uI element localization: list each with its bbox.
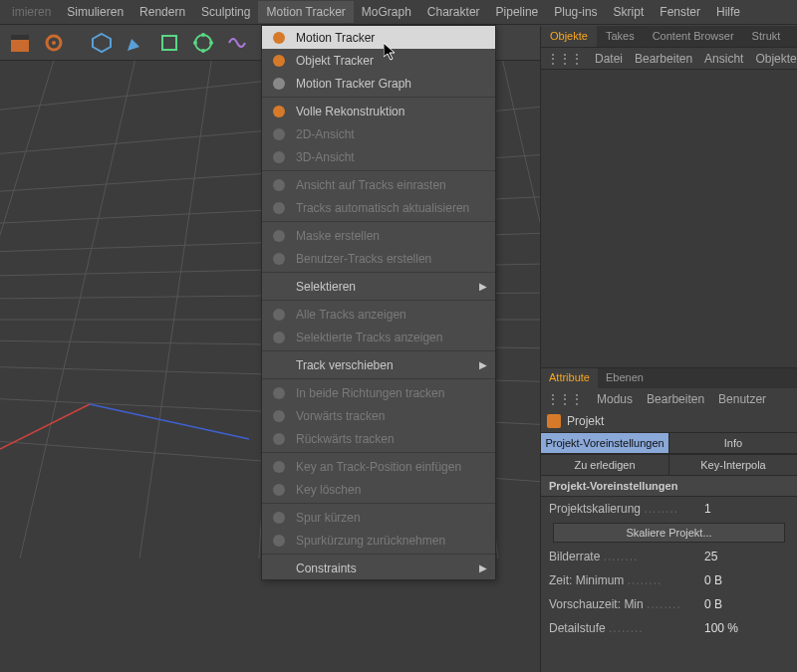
menu-constraints[interactable]: Constraints▶ <box>262 557 495 579</box>
attribute-tabs: Attribute Ebenen <box>541 368 797 388</box>
prop-value[interactable]: 25 <box>698 548 723 565</box>
svg-line-25 <box>20 61 139 559</box>
menu-label: Alle Tracks anzeigen <box>296 308 406 322</box>
tf-icon <box>270 407 288 425</box>
prop-label: Vorschauzeit: Min ........ <box>549 597 698 611</box>
tool-clapper-icon[interactable] <box>4 27 36 59</box>
menubar: imieren Simulieren Rendern Sculpting Mot… <box>0 0 797 25</box>
attribute-title: Projekt <box>567 414 604 428</box>
tool-hypernurbs-icon[interactable] <box>153 27 185 59</box>
tb-icon <box>270 384 288 402</box>
tab-takes[interactable]: Takes <box>597 26 644 47</box>
menu-3d-ansicht: 3D-Ansicht <box>262 145 495 168</box>
menu-maske-erstellen: Maske erstellen <box>262 224 495 247</box>
menu-benutzer-tracks-erstellen: Benutzer-Tracks erstellen <box>262 247 495 270</box>
menu-track-verschieben[interactable]: Track verschieben▶ <box>262 353 495 376</box>
menu-item[interactable]: Sculpting <box>193 1 258 23</box>
svg-point-43 <box>273 309 285 321</box>
2d-icon <box>270 125 288 143</box>
menu-label: Spur kürzen <box>296 511 361 525</box>
sk-icon <box>270 509 288 527</box>
attr-menu[interactable]: Modus <box>597 392 633 406</box>
tab-struktur[interactable]: Strukt <box>743 26 790 47</box>
tool-gear-icon[interactable] <box>38 27 70 59</box>
bt-icon <box>270 250 288 268</box>
tool-pen-icon[interactable] <box>120 27 151 59</box>
menu-volle-rekonstruktion[interactable]: Volle Rekonstruktion <box>262 100 495 122</box>
svg-marker-4 <box>93 34 111 52</box>
menu-item[interactable]: Charakter <box>419 1 488 23</box>
svg-line-31 <box>0 404 90 449</box>
menu-label: Vorwärts tracken <box>296 409 385 423</box>
menu-key-an-track-position-einf-gen: Key an Track-Position einfügen <box>262 455 495 478</box>
svg-point-9 <box>201 49 205 53</box>
object-manager-tabs: Objekte Takes Content Browser Strukt <box>541 26 797 48</box>
menu-objekt-tracker[interactable]: Objekt Tracker <box>262 49 495 72</box>
menu-item[interactable]: MoGraph <box>354 1 419 23</box>
hatch-icon[interactable]: ⋮⋮⋮ <box>547 52 583 66</box>
svg-point-36 <box>273 106 285 117</box>
menu-motion-tracker-graph[interactable]: Motion Tracker Graph <box>262 72 495 95</box>
prop-value[interactable]: 0 B <box>698 571 728 589</box>
om-menu[interactable]: Ansicht <box>704 52 743 66</box>
tool-array-icon[interactable] <box>187 27 219 59</box>
object-tree[interactable] <box>541 70 797 368</box>
menu-label: Key an Track-Position einfügen <box>296 460 461 474</box>
tool-deformer-icon[interactable] <box>221 27 253 59</box>
au-icon <box>270 199 288 217</box>
prop-value[interactable]: 0 B <box>698 595 728 613</box>
svg-point-41 <box>273 230 285 242</box>
tab-ebenen[interactable]: Ebenen <box>598 368 652 388</box>
menu-label: Track verschieben <box>296 358 394 372</box>
menu-tracks-automatisch-aktualisieren: Tracks automatisch aktualisieren <box>262 196 495 219</box>
menu-vorw-rts-tracken: Vorwärts tracken <box>262 404 495 427</box>
tab-attribute[interactable]: Attribute <box>541 368 598 388</box>
menu-label: Benutzer-Tracks erstellen <box>296 252 431 266</box>
tab-objekte[interactable]: Objekte <box>541 26 597 47</box>
prop-label: Projektskalierung ........ <box>549 502 698 516</box>
tab-content-browser[interactable]: Content Browser <box>644 26 743 47</box>
svg-point-40 <box>273 202 285 214</box>
mg-icon <box>270 75 288 93</box>
menu-item[interactable]: Skript <box>606 1 653 23</box>
menu-item[interactable]: Fenster <box>652 1 708 23</box>
menu-item[interactable]: Plug-ins <box>546 1 605 23</box>
motion-tracker-dropdown: Motion TrackerObjekt TrackerMotion Track… <box>261 25 496 580</box>
menu-item[interactable]: Hilfe <box>708 1 748 23</box>
menu-label: Motion Tracker Graph <box>296 77 411 91</box>
menu-item[interactable]: Simulieren <box>59 1 132 23</box>
menu-alle-tracks-anzeigen: Alle Tracks anzeigen <box>262 303 495 326</box>
hatch-icon[interactable]: ⋮⋮⋮ <box>547 392 583 406</box>
vr-icon <box>270 103 288 120</box>
btn-projekt-voreinstellungen[interactable]: Projekt-Voreinstellungen <box>541 433 669 453</box>
om-menu[interactable]: Objekte <box>755 52 796 66</box>
svg-point-6 <box>195 35 211 51</box>
menu-item[interactable]: Pipeline <box>488 1 547 23</box>
prop-label: Detailstufe ........ <box>549 621 698 635</box>
menu-item[interactable]: imieren <box>4 1 59 23</box>
menu-motion-tracker[interactable]: Motion Tracker <box>262 26 495 49</box>
kd-icon <box>270 481 288 499</box>
btn-skaliere-projekt-[interactable]: Skaliere Projekt... <box>553 523 785 543</box>
submenu-arrow-icon: ▶ <box>479 562 487 573</box>
attr-menu[interactable]: Benutzer <box>718 392 766 406</box>
menu-selektieren[interactable]: Selektieren▶ <box>262 275 495 298</box>
cursor-icon <box>384 43 399 63</box>
btn-zu-erledigen[interactable]: Zu erledigen <box>541 455 669 475</box>
om-menu[interactable]: Datei <box>595 52 623 66</box>
menu-ansicht-auf-tracks-einrasten: Ansicht auf Tracks einrasten <box>262 173 495 196</box>
menu-item-motion-tracker[interactable]: Motion Tracker <box>258 1 353 23</box>
menu-item[interactable]: Rendern <box>132 1 193 23</box>
project-icon <box>547 414 561 428</box>
tool-cube-icon[interactable] <box>86 27 118 59</box>
btn-info[interactable]: Info <box>669 433 797 453</box>
attribute-header: Projekt <box>541 410 797 432</box>
attribute-toolbar: ⋮⋮⋮ Modus Bearbeiten Benutzer <box>541 388 797 410</box>
om-menu[interactable]: Bearbeiten <box>635 52 692 66</box>
btn-key-interpolation[interactable]: Key-Interpola <box>669 455 797 475</box>
svg-point-45 <box>273 387 285 399</box>
attribute-tab-row-1: Projekt-Voreinstellungen Info <box>541 432 797 454</box>
prop-value[interactable]: 1 <box>698 500 717 518</box>
attr-menu[interactable]: Bearbeiten <box>647 392 704 406</box>
prop-value[interactable]: 100 % <box>698 619 744 637</box>
